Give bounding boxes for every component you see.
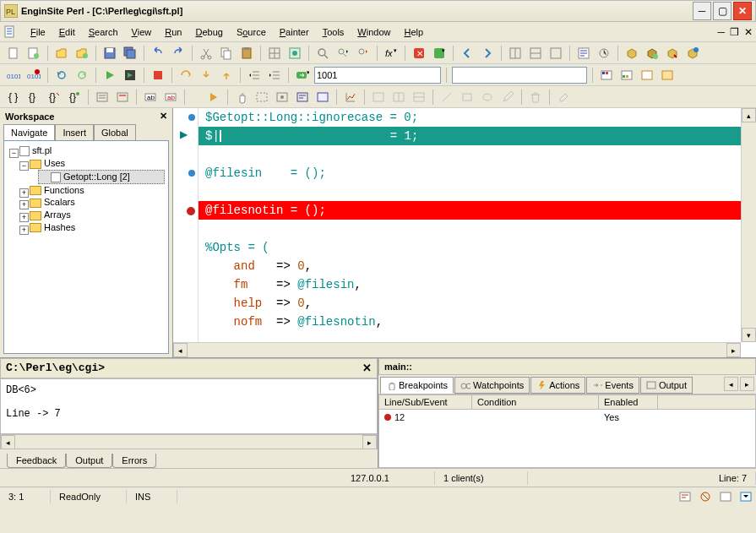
menu-help[interactable]: Help <box>397 24 430 40</box>
step-over-button[interactable] <box>177 67 194 84</box>
toggle-2-button[interactable] <box>286 45 303 62</box>
refresh-button[interactable] <box>53 67 70 84</box>
layout-1-button[interactable] <box>507 45 524 62</box>
tab-events[interactable]: Events <box>586 377 639 394</box>
col-condition[interactable]: Condition <box>472 395 599 409</box>
find-next-button[interactable] <box>334 45 351 62</box>
module-4-button[interactable] <box>684 45 701 62</box>
tab-watchpoints[interactable]: Watchpoints <box>454 377 530 394</box>
tab-output[interactable]: Output <box>66 454 112 468</box>
tree-arrays[interactable]: Arrays <box>18 209 165 221</box>
step-out-button[interactable] <box>218 67 235 84</box>
combo-2[interactable] <box>452 67 587 84</box>
code-editor[interactable]: ▶ $Getopt::Long::ignorecase = 0; $|= 1; … <box>173 108 756 357</box>
tab-dbg-output[interactable]: Output <box>640 377 693 394</box>
redo-button[interactable] <box>170 45 187 62</box>
trash-button[interactable] <box>527 89 544 106</box>
palette-3-button[interactable] <box>639 67 655 84</box>
palette-1-button[interactable] <box>598 67 615 84</box>
scroll-up-button[interactable]: ▴ <box>742 108 756 122</box>
module-3-button[interactable] <box>664 45 681 62</box>
breakpoint-marker[interactable] <box>188 114 195 121</box>
menu-source[interactable]: Source <box>230 24 273 40</box>
undo-button[interactable] <box>150 45 166 62</box>
brace-1-button[interactable]: { } <box>5 89 22 106</box>
console-scroll-right[interactable]: ▸ <box>362 435 377 449</box>
brace-3-button[interactable]: {} <box>46 89 63 106</box>
grid-2-button[interactable] <box>390 89 407 106</box>
tool-a-button[interactable] <box>575 45 592 62</box>
layout-2-button[interactable] <box>527 45 544 62</box>
nav-right-button[interactable] <box>205 89 222 106</box>
save-button[interactable] <box>101 45 118 62</box>
tree-scalars[interactable]: Scalars <box>18 196 165 209</box>
layout-3-button[interactable] <box>547 45 564 62</box>
dbg-tab-right[interactable]: ▸ <box>740 377 754 391</box>
mdi-minimize-button[interactable]: ─ <box>717 26 725 38</box>
palette-4-button[interactable] <box>659 67 676 84</box>
menu-view[interactable]: View <box>125 24 159 40</box>
hand-button[interactable] <box>233 89 250 106</box>
stop-red-button[interactable]: ✕ <box>411 45 427 62</box>
scroll-down-button[interactable]: ▾ <box>742 328 756 342</box>
tree-root[interactable]: sft.pl <box>8 144 165 157</box>
editor-vscroll[interactable]: ▴ ▾ <box>741 108 756 342</box>
grid-3-button[interactable] <box>411 89 427 106</box>
minimize-button[interactable]: ─ <box>693 2 711 20</box>
brace-2-button[interactable]: {} <box>25 89 42 106</box>
step-into-button[interactable] <box>198 67 215 84</box>
combo-1[interactable] <box>314 67 441 84</box>
copy-button[interactable] <box>218 45 235 62</box>
sb-icon-1[interactable] <box>678 490 692 503</box>
paste-button[interactable] <box>238 45 255 62</box>
mdi-close-button[interactable]: ✕ <box>744 26 753 38</box>
console-scroll-left[interactable]: ◂ <box>1 435 15 449</box>
cut-button[interactable] <box>198 45 215 62</box>
pencil-button[interactable] <box>499 89 516 106</box>
outdent-button[interactable] <box>246 67 263 84</box>
view-1-button[interactable] <box>274 89 291 106</box>
sb-icon-2[interactable] <box>699 490 712 503</box>
tree-uses[interactable]: Uses <box>18 157 165 170</box>
brace-4-button[interactable]: {} <box>66 89 83 106</box>
menu-file[interactable]: File <box>24 24 52 40</box>
tool-b-button[interactable] <box>596 45 612 62</box>
view-3-button[interactable] <box>314 89 331 106</box>
palette-2-button[interactable] <box>618 67 635 84</box>
mdi-restore-button[interactable]: ❐ <box>730 26 739 38</box>
shape-1-button[interactable] <box>438 89 455 106</box>
dbg-tab-left[interactable]: ◂ <box>724 377 738 391</box>
maximize-button[interactable]: ▢ <box>713 2 732 20</box>
next-arrow-button[interactable] <box>479 45 496 62</box>
workspace-close-button[interactable]: ✕ <box>160 111 167 122</box>
tab-navigate[interactable]: Navigate <box>3 124 55 140</box>
block-1-button[interactable] <box>94 89 111 106</box>
reg-2-button[interactable]: ab <box>162 89 179 106</box>
menu-painter[interactable]: Painter <box>273 24 316 40</box>
breakpoint-marker[interactable] <box>188 170 195 177</box>
shape-3-button[interactable] <box>479 89 496 106</box>
col-enabled[interactable]: Enabled <box>599 395 658 409</box>
tree-functions[interactable]: Functions <box>18 184 165 197</box>
fx-button[interactable]: fx▾ <box>383 45 400 62</box>
breakpoint-row[interactable]: 12 Yes <box>379 410 755 425</box>
tab-global[interactable]: Global <box>94 124 136 140</box>
code-area[interactable]: $Getopt::Long::ignorecase = 0; $|= 1; @f… <box>199 108 741 342</box>
chart-button[interactable] <box>342 89 359 106</box>
menu-edit[interactable]: Edit <box>52 24 82 40</box>
tab-breakpoints[interactable]: Breakpoints <box>380 377 454 394</box>
console-output[interactable]: DB<6> Line -> 7 <box>0 378 378 434</box>
eraser-button[interactable] <box>555 89 572 106</box>
col-line[interactable]: Line/Sub/Event <box>379 395 472 409</box>
find-button[interactable] <box>314 45 331 62</box>
go-green-button[interactable]: ▾ <box>431 45 448 62</box>
menu-window[interactable]: Window <box>351 24 397 40</box>
run-button[interactable] <box>101 67 118 84</box>
sync-button[interactable] <box>73 67 90 84</box>
go-arrow-button[interactable]: ▾ <box>294 67 311 84</box>
console-close-button[interactable]: ✕ <box>362 362 372 375</box>
tree-getopt[interactable]: Getopt::Long [2] <box>38 170 165 184</box>
module-2-button[interactable] <box>644 45 661 62</box>
scroll-left-button[interactable]: ◂ <box>173 343 188 357</box>
prev-arrow-button[interactable] <box>459 45 476 62</box>
